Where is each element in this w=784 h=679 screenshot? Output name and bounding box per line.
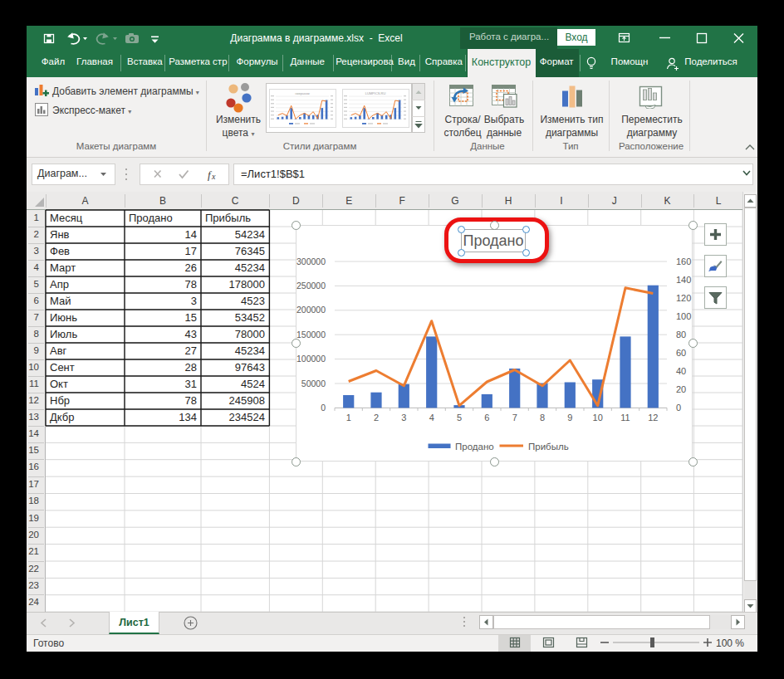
svg-text:60: 60 [676, 348, 686, 358]
svg-text:5: 5 [457, 413, 462, 423]
svg-text:Продано: Продано [455, 442, 494, 452]
svg-text:7: 7 [512, 413, 517, 423]
svg-text:8: 8 [540, 413, 545, 423]
svg-text:80: 80 [676, 330, 686, 340]
svg-text:300000: 300000 [296, 256, 326, 266]
svg-text:200000: 200000 [296, 305, 326, 315]
svg-text:10: 10 [593, 413, 603, 423]
svg-text:140: 140 [676, 275, 691, 285]
svg-text:Прибыль: Прибыль [528, 442, 569, 452]
svg-text:250000: 250000 [296, 281, 326, 291]
svg-text:120: 120 [676, 293, 691, 303]
svg-text:100000: 100000 [296, 354, 326, 364]
svg-text:20: 20 [676, 384, 686, 394]
svg-text:2: 2 [374, 413, 379, 423]
svg-text:4: 4 [429, 413, 434, 423]
svg-text:160: 160 [676, 256, 691, 266]
svg-text:3: 3 [401, 413, 406, 423]
svg-text:6: 6 [484, 413, 489, 423]
svg-text:9: 9 [567, 413, 572, 423]
svg-text:LUMPICS.RU: LUMPICS.RU [365, 91, 386, 95]
svg-text:100: 100 [676, 311, 691, 321]
svg-text:x: x [211, 172, 216, 181]
svg-text:новрычок: новрычок [295, 91, 310, 95]
svg-text:40: 40 [676, 366, 686, 376]
svg-text:50000: 50000 [301, 379, 326, 388]
svg-text:11: 11 [620, 413, 630, 423]
svg-text:0: 0 [676, 403, 681, 413]
svg-text:0: 0 [321, 403, 326, 413]
svg-text:12: 12 [648, 413, 658, 423]
svg-text:1: 1 [346, 413, 351, 423]
svg-text:150000: 150000 [296, 330, 326, 340]
